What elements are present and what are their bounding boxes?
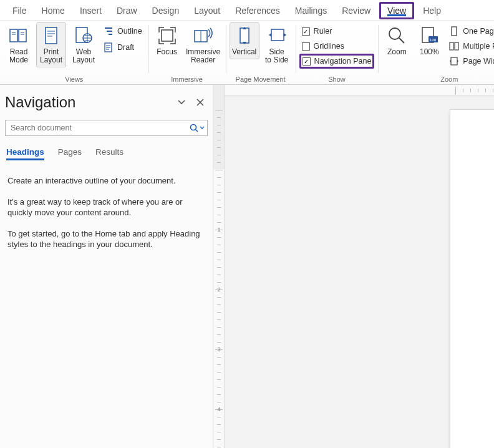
- page-icon: [41, 26, 61, 46]
- svg-rect-22: [240, 28, 249, 43]
- svg-rect-23: [271, 29, 284, 41]
- label: Zoom: [387, 48, 407, 56]
- label: Vertical: [232, 48, 256, 56]
- checkbox-icon: [302, 42, 310, 51]
- tab-home[interactable]: Home: [34, 2, 72, 19]
- group-label: Zoom: [440, 75, 458, 84]
- side-to-side-button[interactable]: Side to Side: [262, 22, 292, 67]
- navtab-headings[interactable]: Headings: [6, 147, 44, 160]
- page-width-button[interactable]: Page Width: [447, 54, 494, 69]
- horizontal-ruler[interactable]: [225, 85, 494, 96]
- zoom-button[interactable]: Zoom: [382, 22, 412, 59]
- tab-design[interactable]: Design: [145, 2, 187, 19]
- collapse-button[interactable]: [174, 95, 189, 110]
- tab-help[interactable]: Help: [415, 2, 448, 19]
- label: Multiple Pages: [463, 42, 494, 51]
- group-page-movement: Vertical Side to Side Page Movement: [226, 21, 296, 84]
- page-width-icon: [449, 56, 459, 66]
- magnifier-icon: [387, 26, 407, 46]
- tab-insert[interactable]: Insert: [72, 2, 109, 19]
- multiple-pages-button[interactable]: Multiple Pages: [447, 39, 494, 54]
- close-button[interactable]: [193, 95, 208, 110]
- label: Ruler: [314, 27, 332, 36]
- label: Immersive Reader: [186, 48, 220, 64]
- svg-line-25: [399, 38, 404, 43]
- label: Web Layout: [72, 48, 95, 64]
- draft-button[interactable]: Draft: [101, 40, 145, 55]
- ribbon-tabs: File Home Insert Draw Design Layout Refe…: [0, 0, 494, 21]
- label: Focus: [157, 48, 177, 56]
- hundred-percent-button[interactable]: 100 100%: [414, 22, 444, 59]
- main-area: Navigation Headings Pages Results Create…: [0, 85, 494, 448]
- label: One Page: [463, 27, 494, 36]
- navigation-pane: Navigation Headings Pages Results Create…: [0, 85, 213, 448]
- search-input[interactable]: [6, 124, 187, 132]
- svg-text:100: 100: [430, 37, 437, 42]
- search-box[interactable]: [5, 120, 208, 136]
- navigation-pane-checkbox[interactable]: Navigation Pane: [299, 54, 375, 69]
- ribbon: Read Mode Print Layout Web Layout: [0, 21, 494, 85]
- navtab-pages[interactable]: Pages: [58, 147, 82, 160]
- immersive-reader-button[interactable]: Immersive Reader: [185, 22, 222, 67]
- web-layout-button[interactable]: Web Layout: [69, 22, 99, 67]
- nav-tabs: Headings Pages Results: [6, 147, 206, 160]
- vertical-ruler[interactable]: 1234: [213, 85, 225, 448]
- ruler-checkbox[interactable]: Ruler: [299, 24, 375, 39]
- tab-file[interactable]: File: [5, 2, 34, 19]
- svg-rect-0: [10, 29, 17, 42]
- print-layout-button[interactable]: Print Layout: [36, 22, 66, 67]
- outline-button[interactable]: Outline: [101, 24, 145, 39]
- svg-rect-1: [19, 29, 26, 42]
- gridlines-checkbox[interactable]: Gridlines: [299, 39, 375, 54]
- speaker-book-icon: [193, 26, 213, 46]
- svg-rect-31: [455, 42, 458, 50]
- svg-point-24: [389, 28, 400, 39]
- svg-rect-32: [451, 57, 457, 65]
- page-100-icon: 100: [419, 26, 439, 46]
- group-show: Ruler Gridlines Navigation Pane Show: [296, 21, 379, 84]
- svg-rect-19: [162, 30, 173, 41]
- vertical-button[interactable]: Vertical: [230, 22, 259, 59]
- document-page[interactable]: [450, 110, 494, 448]
- focus-icon: [157, 26, 177, 46]
- label: Side to Side: [265, 48, 288, 64]
- label: Gridlines: [314, 42, 344, 51]
- checkbox-icon: [302, 27, 310, 36]
- label: Read Mode: [9, 48, 28, 64]
- one-page-button[interactable]: One Page: [447, 24, 494, 39]
- checkbox-icon: [303, 57, 311, 66]
- globe-page-icon: [74, 26, 94, 46]
- focus-button[interactable]: Focus: [152, 22, 182, 59]
- svg-rect-6: [46, 27, 57, 44]
- tab-mailings[interactable]: Mailings: [288, 2, 334, 19]
- label: Outline: [117, 27, 142, 36]
- label: Page Width: [463, 57, 494, 66]
- group-views: Read Mode Print Layout Web Layout: [0, 21, 148, 84]
- group-label: Show: [328, 75, 346, 84]
- group-immersive: Focus Immersive Reader Immersive: [148, 21, 226, 84]
- tab-view[interactable]: View: [379, 2, 414, 19]
- document-area[interactable]: L 1234: [213, 85, 494, 448]
- svg-rect-30: [450, 42, 453, 50]
- outline-icon: [104, 26, 114, 36]
- svg-line-34: [196, 130, 198, 132]
- search-button[interactable]: [187, 124, 207, 132]
- tab-review[interactable]: Review: [334, 2, 378, 19]
- close-icon: [196, 99, 204, 106]
- read-mode-button[interactable]: Read Mode: [4, 22, 34, 67]
- tab-references[interactable]: References: [228, 2, 288, 19]
- tab-layout[interactable]: Layout: [186, 2, 228, 19]
- tab-draw[interactable]: Draw: [109, 2, 145, 19]
- chevron-down-icon: [177, 98, 186, 107]
- group-label: Views: [65, 75, 83, 84]
- svg-rect-29: [452, 27, 457, 36]
- group-zoom: Zoom 100 100% One Page Multiple Pages: [378, 21, 494, 84]
- nav-hint-1: Create an interactive outline of your do…: [7, 175, 205, 187]
- label: Navigation Pane: [314, 57, 372, 66]
- nav-body: Create an interactive outline of your do…: [5, 160, 208, 260]
- group-label: Immersive: [171, 75, 203, 84]
- navtab-results[interactable]: Results: [95, 147, 124, 160]
- nav-hint-3: To get started, go to the Home tab and a…: [7, 228, 205, 250]
- horizontal-scroll-icon: [267, 26, 287, 46]
- label: Print Layout: [40, 48, 62, 64]
